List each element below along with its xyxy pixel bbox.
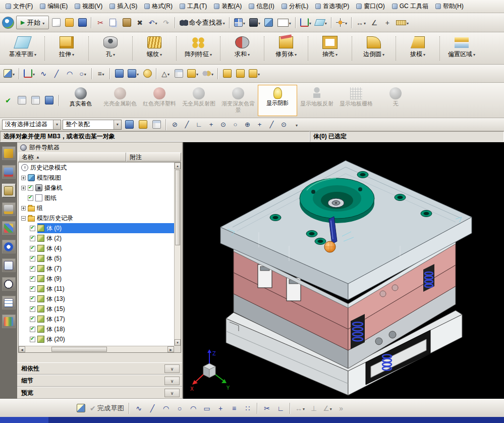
chevron-down-icon[interactable] <box>243 19 245 26</box>
extrude-button[interactable]: 拉伸 <box>45 34 88 63</box>
chevron-down-icon[interactable] <box>248 50 250 58</box>
sketch-task-button[interactable] <box>75 402 87 415</box>
section-expand-button[interactable]: ∨ <box>164 389 180 397</box>
checkbox-checked[interactable] <box>28 185 33 191</box>
chevron-down-icon[interactable] <box>258 19 260 26</box>
chevron-down-icon[interactable] <box>72 50 74 58</box>
offset-region-button[interactable]: 偏置区域 <box>440 34 483 63</box>
menu-gc-toolbox[interactable]: GC 工具箱 <box>388 1 432 12</box>
snap-options-button[interactable] <box>291 118 303 131</box>
circle-button[interactable]: ○ <box>77 67 89 80</box>
red-glossy-plastic-button[interactable]: 红色亮泽塑料 <box>140 85 179 116</box>
snap-point-on-curve-button[interactable]: ╱ <box>266 119 277 130</box>
menu-window[interactable]: 窗口(O) <box>353 1 388 12</box>
chevron-down-icon[interactable] <box>382 50 384 58</box>
section-dependencies[interactable]: 相依性 ∨ <box>17 362 182 375</box>
sketch-arc-button[interactable]: ◠ <box>160 402 172 415</box>
checkbox-checked[interactable] <box>28 195 33 201</box>
datum-csys-button[interactable] <box>22 67 36 80</box>
scene-palette-tab[interactable] <box>2 314 16 328</box>
snap-midpoint-button[interactable]: ∟ <box>194 119 204 130</box>
checkbox-checked[interactable] <box>30 246 35 251</box>
list-view-button[interactable]: ≡ <box>95 67 107 80</box>
vertical-scrollbar[interactable]: ▲ ▼ <box>174 163 181 346</box>
line-button[interactable]: ╱ <box>50 67 63 80</box>
tree-item-body-2[interactable]: 体 (2) <box>19 233 174 243</box>
tree-item-body-20[interactable]: 体 (20) <box>19 334 174 344</box>
tree-item-model-views[interactable]: 模型视图 <box>19 173 174 183</box>
save-button[interactable] <box>76 16 88 29</box>
chevron-down-icon[interactable] <box>196 70 198 77</box>
shell-button[interactable]: 抽壳 <box>309 34 351 63</box>
notes-tab[interactable] <box>2 258 16 272</box>
snap-existing-point-button[interactable]: + <box>254 119 265 130</box>
perpendicular-constraint-button[interactable]: ⊥ <box>308 402 320 415</box>
checkbox-checked[interactable] <box>30 276 35 282</box>
finish-sketch-button[interactable]: ✔ 完成草图 <box>88 402 126 415</box>
selection-scope-combo[interactable]: 整个装配 <box>63 120 122 130</box>
profile-button[interactable]: ∿ <box>133 402 145 415</box>
chevron-down-icon[interactable] <box>84 70 86 77</box>
checkbox-checked[interactable] <box>30 296 35 302</box>
crosshair-button[interactable]: + <box>381 16 394 29</box>
assembly-navigator-tab[interactable] <box>2 146 16 160</box>
chevron-down-icon[interactable] <box>309 19 311 26</box>
tree-item-body-11[interactable]: 体 (11) <box>19 284 174 294</box>
expression-button[interactable] <box>113 67 125 80</box>
tree-item-body-4[interactable]: 体 (4) <box>19 243 174 253</box>
brushed-metal-button[interactable]: 光亮金属刷色 <box>100 85 140 116</box>
checkbox-checked[interactable] <box>30 256 35 261</box>
pattern-curve-button[interactable]: ∷ <box>242 402 254 415</box>
tree-item-body-5[interactable]: 体 (5) <box>19 253 174 263</box>
unite-button[interactable]: 求和 <box>221 34 263 63</box>
sketch-circle-button[interactable]: ○ <box>174 402 186 415</box>
tree-item-body-7[interactable]: 体 (7) <box>19 263 174 274</box>
angle-constraint-button[interactable]: ∠ <box>321 402 333 415</box>
menu-view[interactable]: 视图(V) <box>71 1 106 12</box>
column-header-note[interactable]: 附注 <box>126 152 181 162</box>
isometric-view-button[interactable] <box>263 16 275 29</box>
checkbox-checked[interactable] <box>30 236 35 241</box>
datum-plane-button[interactable]: 基准平面 <box>2 34 44 63</box>
menu-information[interactable]: 信息(I) <box>245 1 277 12</box>
show-shadow-button[interactable]: 显示阴影 <box>258 85 297 116</box>
wcs-orient-button[interactable] <box>334 16 349 29</box>
arc-button[interactable]: ◠ <box>64 67 76 80</box>
section-details[interactable]: 细节 ∨ <box>17 375 182 387</box>
horizontal-scroll-thumb[interactable] <box>51 347 107 352</box>
menu-insert[interactable]: 插入(S) <box>106 1 141 12</box>
csys-display-button[interactable] <box>299 16 313 29</box>
sphere-button[interactable] <box>141 67 153 80</box>
checkbox-checked[interactable] <box>30 327 35 332</box>
triangle-mesh-button[interactable]: △ <box>159 67 172 80</box>
make-corner-button[interactable]: ∟ <box>274 402 287 415</box>
new-button[interactable] <box>50 16 62 29</box>
selection-filter-combo[interactable]: 没有选择过滤器 <box>2 120 61 130</box>
chevron-down-icon[interactable] <box>167 70 170 77</box>
chevron-down-icon[interactable] <box>473 50 475 58</box>
expand-icon[interactable] <box>21 206 26 210</box>
general-selection-button[interactable] <box>123 118 135 131</box>
checkbox-checked[interactable] <box>30 266 35 272</box>
chevron-down-icon[interactable] <box>211 70 213 77</box>
center-of-mass-marker[interactable] <box>324 241 335 252</box>
snap-arc-center-button[interactable]: ○ <box>230 119 241 130</box>
chevron-down-icon[interactable] <box>210 50 212 58</box>
copy-button[interactable] <box>107 16 120 29</box>
sketch-point-button[interactable]: + <box>214 402 227 415</box>
part-navigator-tab[interactable] <box>2 184 16 197</box>
chevron-down-icon[interactable] <box>295 50 297 58</box>
sketch-button[interactable] <box>2 67 16 80</box>
tree-item-cameras[interactable]: 摄像机 <box>19 183 174 193</box>
render-none-button[interactable]: 无 <box>376 85 415 116</box>
chevron-down-icon[interactable] <box>296 121 298 128</box>
section-preview[interactable]: 预览 ∨ <box>17 387 182 399</box>
gear-pair-button[interactable] <box>201 67 215 80</box>
snap-intersection-button[interactable]: ⊙ <box>218 119 229 130</box>
pattern-feature-button[interactable]: 阵列特征 <box>177 34 219 63</box>
chevron-down-icon[interactable] <box>160 50 162 58</box>
snap-point-menu-button[interactable]: ⊘ <box>170 119 180 130</box>
snap-control-point-button[interactable]: + <box>206 119 216 130</box>
chevron-down-icon[interactable] <box>303 404 305 412</box>
solid-tool-3-button[interactable] <box>247 67 261 80</box>
